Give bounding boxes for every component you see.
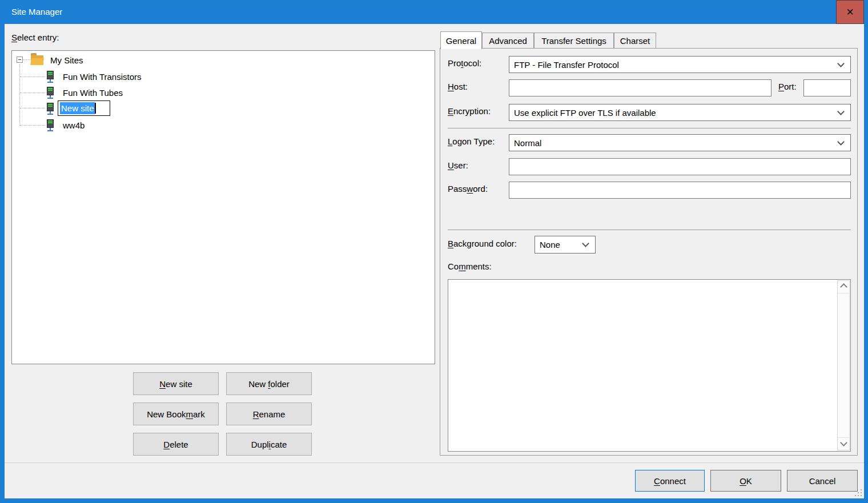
- ok-button[interactable]: OK: [710, 470, 781, 492]
- select-entry-label: Select entry:: [11, 33, 59, 42]
- encryption-label: Encryption:: [448, 106, 491, 116]
- user-label: User:: [448, 160, 468, 170]
- tree-item-site-editing[interactable]: New site: [46, 101, 55, 116]
- comments-field-frame: [448, 279, 851, 452]
- tree-item-my-sites[interactable]: My Sites: [31, 53, 86, 67]
- tab-charset[interactable]: Charset: [614, 33, 656, 49]
- text-caret: [95, 103, 96, 114]
- tree-connector: [19, 64, 20, 126]
- background-color-dropdown[interactable]: None: [535, 236, 596, 253]
- tree-connector: [20, 125, 45, 126]
- tree-connector: [20, 92, 45, 93]
- footer-separator: [5, 462, 864, 463]
- chevron-down-icon: [837, 108, 845, 115]
- tree-item-site[interactable]: Fun With Tubes: [46, 86, 125, 99]
- new-folder-button[interactable]: New folder: [226, 372, 312, 395]
- host-input[interactable]: [509, 79, 771, 96]
- port-label: Port:: [778, 82, 797, 91]
- separator: [448, 230, 851, 230]
- background-color-value: None: [535, 240, 583, 250]
- comments-scrollbar[interactable]: [837, 280, 850, 450]
- server-icon: [46, 87, 55, 99]
- new-site-button[interactable]: New site: [133, 372, 219, 395]
- logon-type-label: Logon Type:: [448, 136, 495, 146]
- separator: [448, 128, 851, 128]
- encryption-value: Use explicit FTP over TLS if available: [509, 108, 838, 118]
- site-tree[interactable]: My Sites Fun With Transistors Fun With T…: [11, 50, 435, 364]
- scroll-up-button[interactable]: [838, 281, 849, 293]
- tab-advanced[interactable]: Advanced: [482, 33, 534, 49]
- folder-icon: [31, 55, 43, 65]
- tree-item-site[interactable]: ww4b: [46, 118, 87, 132]
- password-label: Password:: [448, 184, 488, 194]
- rename-edit-field[interactable]: New site: [58, 100, 110, 116]
- server-icon: [46, 71, 55, 83]
- selected-text: New site: [60, 102, 95, 114]
- tree-connector: [20, 77, 45, 77]
- logon-type-value: Normal: [509, 138, 838, 148]
- tree-connector: [23, 59, 30, 60]
- tree-item-site[interactable]: Fun With Transistors: [46, 70, 144, 83]
- chevron-down-icon: [840, 439, 847, 446]
- delete-button[interactable]: Delete: [133, 433, 219, 456]
- scroll-down-button[interactable]: [838, 437, 849, 450]
- chevron-down-icon: [837, 138, 845, 146]
- new-bookmark-button[interactable]: New Bookmark: [133, 403, 219, 425]
- dialog-client-area: Select entry: My Sites Fun With Transist…: [5, 24, 864, 498]
- resize-grip[interactable]: [854, 488, 862, 496]
- window-title: Site Manager: [11, 0, 62, 24]
- rename-button[interactable]: Rename: [226, 403, 312, 425]
- close-icon: ✕: [846, 6, 854, 18]
- server-icon: [46, 119, 55, 131]
- logon-type-dropdown[interactable]: Normal: [509, 134, 851, 151]
- comments-textarea[interactable]: [448, 280, 837, 451]
- tab-transfer-settings[interactable]: Transfer Settings: [534, 33, 614, 49]
- tree-connector: [20, 108, 45, 108]
- tree-item-label: Fun With Transistors: [61, 71, 144, 83]
- server-icon: [46, 103, 55, 115]
- expander-minus-icon[interactable]: [17, 57, 23, 63]
- encryption-dropdown[interactable]: Use explicit FTP over TLS if available: [509, 104, 851, 121]
- comments-label: Comments:: [448, 261, 492, 271]
- titlebar[interactable]: Site Manager: [0, 0, 868, 24]
- protocol-dropdown[interactable]: FTP - File Transfer Protocol: [509, 56, 851, 73]
- tree-item-label: My Sites: [48, 54, 86, 66]
- general-tab-panel: Protocol: FTP - File Transfer Protocol H…: [440, 48, 858, 456]
- protocol-value: FTP - File Transfer Protocol: [509, 60, 838, 70]
- user-input[interactable]: [509, 158, 851, 175]
- tab-general[interactable]: General: [440, 31, 482, 49]
- host-label: Host:: [448, 82, 468, 91]
- tree-item-label: ww4b: [61, 119, 87, 131]
- duplicate-button[interactable]: Duplicate: [226, 433, 312, 456]
- chevron-down-icon: [582, 240, 589, 247]
- port-input[interactable]: [803, 79, 851, 96]
- chevron-up-icon: [840, 283, 847, 291]
- connect-button[interactable]: Connect: [635, 470, 705, 492]
- chevron-down-icon: [837, 60, 845, 67]
- password-input[interactable]: [509, 182, 851, 199]
- background-color-label: Background color:: [448, 239, 517, 248]
- protocol-label: Protocol:: [448, 58, 481, 68]
- cancel-button[interactable]: Cancel: [787, 470, 858, 492]
- tree-item-label: Fun With Tubes: [61, 87, 125, 99]
- site-manager-dialog: Site Manager ✕ Select entry: My Sites Fu…: [0, 0, 868, 503]
- close-button[interactable]: ✕: [836, 0, 864, 24]
